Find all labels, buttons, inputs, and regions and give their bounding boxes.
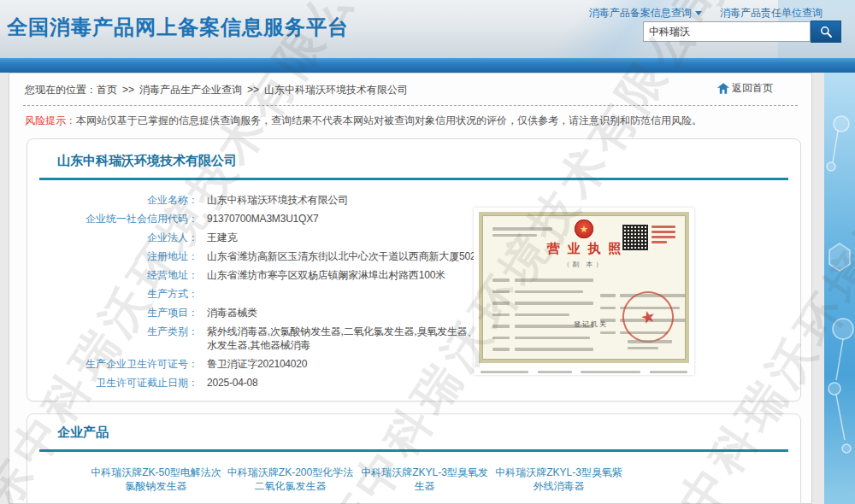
search-bar [643, 21, 841, 43]
page-title: 全国消毒产品网上备案信息服务平台 [7, 14, 349, 41]
product-link[interactable]: 中科瑞沃牌ZKYL-3型臭氧发生器 [357, 466, 492, 493]
breadcrumb-link-company-query[interactable]: 消毒产品生产企业查询 [139, 84, 242, 96]
field-row-company-name: 企业名称：山东中科瑞沃环境技术有限公司 [27, 193, 800, 207]
breadcrumb-current: 山东中科瑞沃环境技术有限公司 [264, 84, 408, 96]
decorative-side-strip [824, 73, 855, 504]
products-section-title: 企业产品 [57, 425, 800, 441]
business-license-image: ★ 营业执照 （副 本） [474, 208, 694, 375]
nav-link-label: 消毒产品备案信息查询 [589, 7, 692, 19]
header-divider-bar [0, 58, 855, 73]
home-icon [717, 83, 729, 94]
top-nav: 消毒产品备案信息查询 消毒产品责任单位查询 [574, 6, 823, 21]
product-link[interactable]: 中科瑞沃牌ZKYL-3型臭氧紫外线消毒器 [492, 466, 626, 493]
page: 全国消毒产品网上备案信息服务平台 消毒产品备案信息查询 消毒产品责任单位查询 您… [0, 0, 855, 504]
company-section-title: 山东中科瑞沃环境技术有限公司 [57, 153, 800, 169]
breadcrumb-separator: >> [122, 84, 134, 96]
breadcrumb: 您现在的位置：首页>>消毒产品生产企业查询>>山东中科瑞沃环境技术有限公司 返回… [9, 73, 811, 105]
back-home-link[interactable]: 返回首页 [717, 81, 773, 96]
nav-link-filing-info-query[interactable]: 消毒产品备案信息查询 [589, 7, 702, 19]
breadcrumb-prefix: 您现在的位置： [25, 84, 97, 96]
site-header: 全国消毒产品网上备案信息服务平台 消毒产品备案信息查询 消毒产品责任单位查询 [0, 0, 855, 58]
search-input[interactable] [643, 21, 811, 42]
qr-code-icon [622, 225, 648, 250]
risk-notice: 风险提示：本网站仅基于已掌握的信息提供查询服务，查询结果不代表本网站对被查询对象… [9, 106, 811, 137]
national-emblem-icon: ★ [575, 220, 593, 238]
breadcrumb-link-home[interactable]: 首页 [97, 84, 117, 96]
license-subtitle: （副 本） [482, 260, 686, 269]
section-title-underline [39, 178, 788, 180]
section-title-underline [39, 449, 788, 452]
license-issuer-label: 登记机关 [574, 319, 608, 329]
risk-notice-label: 风险提示： [25, 114, 76, 126]
products-list: 中科瑞沃牌ZK-50型电解法次氯酸钠发生器 中科瑞沃牌ZK-200型化学法二氧化… [27, 466, 800, 493]
company-info-panel: 山东中科瑞沃环境技术有限公司 企业名称：山东中科瑞沃环境技术有限公司 企业统一社… [27, 138, 801, 401]
back-home-label: 返回首页 [732, 81, 773, 96]
product-link[interactable]: 中科瑞沃牌ZK-200型化学法二氧化氯发生器 [223, 466, 357, 493]
breadcrumb-separator: >> [247, 84, 259, 96]
license-red-text-lines [652, 226, 675, 246]
license-certificate: ★ 营业执照 （副 本） [479, 212, 689, 363]
products-panel: 企业产品 中科瑞沃牌ZK-50型电解法次氯酸钠发生器 中科瑞沃牌ZK-200型化… [27, 413, 801, 504]
license-date-lines [628, 340, 672, 353]
risk-notice-text: 本网站仅基于已掌握的信息提供查询服务，查询结果不代表本网站对被查询对象信用状况的… [76, 114, 702, 126]
molecule-decoration-icon [824, 73, 855, 504]
search-button[interactable] [811, 21, 841, 43]
nav-link-label: 消毒产品责任单位查询 [720, 7, 823, 19]
license-footer-lines [481, 371, 687, 373]
product-link[interactable]: 中科瑞沃牌ZK-50型电解法次氯酸钠发生器 [89, 466, 223, 493]
chevron-down-icon [695, 11, 702, 15]
license-text-line [492, 227, 552, 240]
nav-link-responsible-unit-query[interactable]: 消毒产品责任单位查询 [720, 7, 823, 19]
field-row-license-expiry: 卫生许可证截止日期：2025-04-08 [27, 376, 800, 390]
content-wrapper: 您现在的位置：首页>>消毒产品生产企业查询>>山东中科瑞沃环境技术有限公司 返回… [9, 73, 812, 504]
search-icon [819, 25, 833, 38]
